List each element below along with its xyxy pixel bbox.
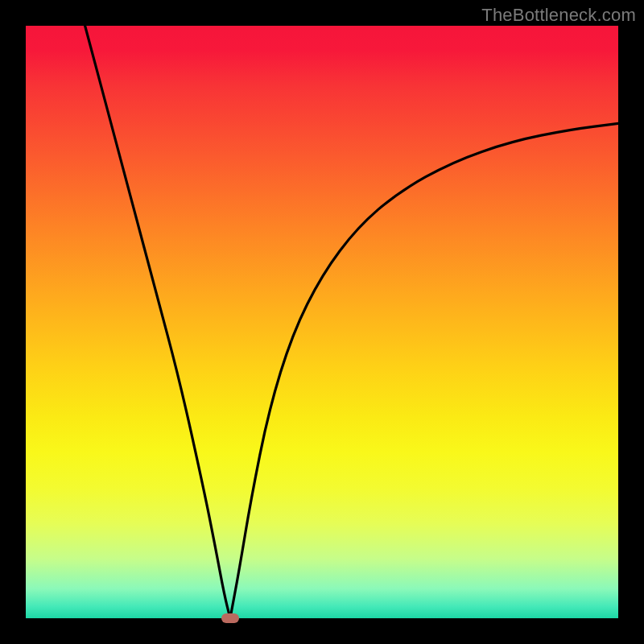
chart-frame: TheBottleneck.com — [0, 0, 644, 644]
minimum-marker — [221, 613, 239, 623]
curve-right-branch — [230, 123, 618, 618]
plot-area — [26, 26, 618, 618]
bottleneck-curve — [26, 26, 618, 618]
curve-left-branch — [85, 26, 230, 618]
watermark-text: TheBottleneck.com — [481, 5, 636, 26]
